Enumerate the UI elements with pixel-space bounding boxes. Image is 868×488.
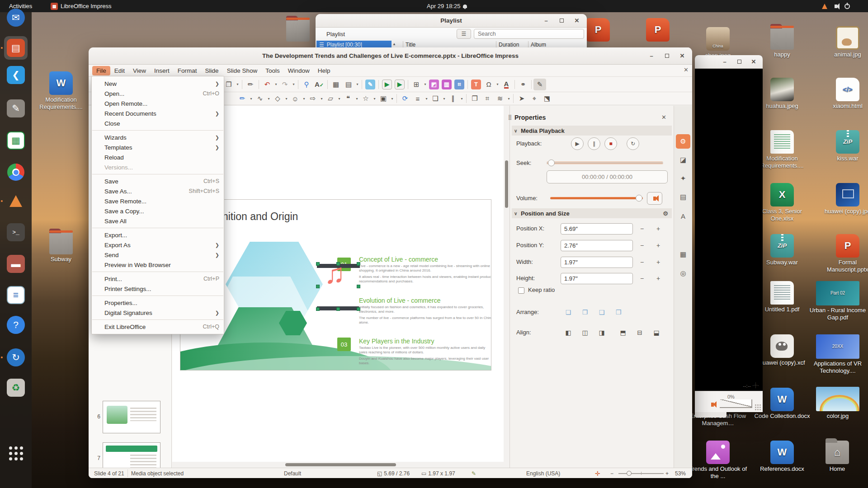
file-menu-item-properties[interactable]: Properties... (92, 298, 224, 308)
dropdown-caret-icon[interactable]: ▾ (459, 97, 464, 101)
desktop-icon-chen.jpeg[interactable]: Chinachen.jpeg (688, 27, 748, 59)
menu-insert[interactable]: Insert (150, 66, 174, 75)
dock-item-help[interactable]: ? (4, 313, 28, 337)
desktop-icon-huawei (copy).jpg[interactable]: huawei (copy).jpg (818, 183, 868, 215)
standard-insert-textbox-button[interactable]: T (470, 79, 482, 90)
file-menu-item-save-all[interactable]: Save All (92, 216, 224, 226)
file-menu-item-print[interactable]: Print...Ctrl+P (92, 274, 224, 284)
dock-item-libreoffice-impress[interactable]: ▤ (4, 36, 28, 60)
impress-minimize-button[interactable]: – (646, 51, 657, 61)
dropdown-caret-icon[interactable]: ▾ (442, 97, 447, 101)
standard-redo-button[interactable]: ↷ (278, 79, 291, 90)
crosshair-icon[interactable]: -┼- (752, 382, 759, 388)
standard-insert-table-button[interactable]: ⊞ (410, 79, 423, 90)
drawing-arrange-button[interactable]: ❏ (429, 93, 442, 104)
slide-template-name[interactable]: Default (284, 468, 301, 478)
volume-slider[interactable] (550, 197, 643, 199)
drawing-flowchart-shapes-button[interactable]: ▱ (324, 93, 337, 104)
file-menu-item-export[interactable]: Export... (92, 230, 224, 240)
width-decrease-button[interactable]: − (637, 257, 647, 267)
dropdown-caret-icon[interactable]: ▾ (319, 97, 324, 101)
section-settings-icon[interactable]: ⚙ (663, 210, 668, 217)
media-viewer-window[interactable]: – ✕ --:-- -┼- 0% (695, 55, 763, 412)
desktop-icon-Modification Requirements....[interactable]: WModification Requirements.... (31, 71, 91, 111)
file-menu-item-save-remote[interactable]: Save Remote... (92, 196, 224, 206)
viewer-volume-slider[interactable] (720, 399, 752, 408)
zoom-level[interactable]: 53% (675, 468, 686, 478)
seek-slider-knob[interactable] (548, 160, 555, 166)
slide-transition-tab[interactable]: ◪ (676, 153, 690, 167)
mute-button[interactable] (647, 192, 662, 205)
dock-item-trash[interactable]: ♻ (4, 376, 28, 399)
drawing-curve-button[interactable]: ∿ (254, 93, 266, 104)
viewer-close-button[interactable]: ✕ (748, 56, 759, 67)
file-menu-item-wizards[interactable]: Wizards❯ (92, 132, 224, 142)
section-body[interactable]: Live - commerce is a new - age retail mo… (359, 264, 491, 286)
section-body[interactable]: Taobao Live is the pioneer, with over 50… (359, 346, 491, 367)
desktop-icon-Home[interactable]: ⌂Home (807, 441, 867, 473)
keep-ratio-checkbox[interactable] (518, 287, 524, 294)
selection-handle[interactable] (316, 285, 320, 288)
drawing-line-color-button[interactable]: ✏ (236, 93, 249, 104)
desktop-icon-ppt[interactable]: P (628, 18, 688, 43)
horizontal-scrollbar-thumb[interactable] (285, 463, 396, 466)
drawing-image-filter-button[interactable]: ≋ (494, 93, 506, 104)
dock-item-vlc[interactable] (4, 189, 28, 213)
focused-app-indicator[interactable]: ▤ LibreOffice Impress (51, 0, 111, 12)
zoom-in-button[interactable]: + (665, 468, 669, 478)
drawing-rotate-button[interactable]: ⟳ (399, 93, 411, 104)
seek-slider[interactable] (547, 162, 663, 164)
desktop-icon-color.jpg[interactable]: color.jpg (804, 387, 868, 420)
viewer-volume-icon[interactable] (711, 403, 714, 407)
playlist-search-input[interactable] (474, 29, 584, 39)
play-button[interactable]: ▶ (571, 137, 584, 150)
dropdown-caret-icon[interactable]: ▾ (372, 97, 377, 101)
desktop-icon-Formal Manuscript.pptx[interactable]: PFormal Manuscript.pptx (818, 234, 868, 274)
standard-master-slide-button[interactable]: ✎ (364, 79, 377, 90)
menu-help[interactable]: Help (314, 66, 335, 75)
dropdown-caret-icon[interactable]: ▾ (495, 82, 500, 86)
dropdown-caret-icon[interactable]: ▾ (337, 97, 342, 101)
master-slides-tab[interactable]: ▤ (676, 190, 690, 204)
file-menu-item-save-a-copy[interactable]: Save a Copy... (92, 206, 224, 216)
standard-show-draw-functions-button[interactable]: ✎ (533, 79, 546, 90)
animation-tab[interactable]: ✦ (676, 171, 690, 186)
media-playback-section-header[interactable]: ∨ Media Playback (512, 126, 672, 136)
position-y-decrease-button[interactable]: − (637, 240, 647, 250)
desktop-icon-happy[interactable]: happy (752, 26, 812, 58)
drawing-basic-shapes-button[interactable]: ◇ (271, 93, 284, 104)
section-body[interactable]: Initially focused on fashion and cosmeti… (359, 305, 491, 327)
vertical-scrollbar[interactable] (504, 106, 509, 468)
dock-item-files[interactable]: ▬ (4, 252, 28, 276)
standard-display-grid-button[interactable]: ▦ (330, 79, 342, 90)
standard-start-from-first-slide-button[interactable]: ▶ (381, 79, 393, 90)
pause-button[interactable]: ∥ (588, 137, 600, 150)
file-menu-item-digital-signatures[interactable]: Digital Signatures❯ (92, 308, 224, 318)
navigator-tab[interactable]: ◎ (676, 266, 690, 281)
dock-item-thunderbird[interactable]: ✉ (4, 6, 28, 29)
sort-arrow-icon[interactable]: ▲ (392, 42, 396, 46)
dropdown-caret-icon[interactable]: ▾ (302, 97, 307, 101)
standard-insert-media-button[interactable]: ▥ (440, 79, 453, 90)
viewer-maximize-button[interactable] (734, 56, 745, 67)
gallery-tab[interactable]: ▦ (676, 247, 690, 262)
close-document-icon[interactable]: ✕ (684, 66, 689, 73)
drawing-align-objects-button[interactable]: ≡ (411, 93, 424, 104)
align-middle-button[interactable]: ⊟ (633, 327, 646, 338)
vertical-scrollbar-thumb[interactable] (505, 160, 508, 208)
position-x-increase-button[interactable]: + (653, 224, 663, 234)
file-menu-item-printer-settings[interactable]: Printer Settings... (92, 284, 224, 294)
selection-handle[interactable] (316, 262, 320, 266)
standard-paste-button[interactable]: ❒ (222, 79, 235, 90)
menu-edit[interactable]: Edit (110, 66, 129, 75)
bring-forward-button[interactable]: ❐ (578, 306, 592, 318)
standard-font-color-button[interactable]: A (500, 79, 513, 90)
impress-maximize-button[interactable] (661, 51, 672, 61)
desktop-icon-Applications of VR Technology....[interactable]: 20XXApplications of VR Technology.... (804, 334, 868, 375)
file-menu-item-export-as[interactable]: Export As❯ (92, 240, 224, 250)
dock-item-libreoffice-writer[interactable]: ≡ (4, 283, 28, 307)
dropdown-caret-icon[interactable]: ▾ (249, 97, 254, 101)
dock-item-app-grid[interactable] (4, 441, 28, 465)
stop-button[interactable]: ■ (604, 137, 617, 150)
dropdown-caret-icon[interactable]: ▾ (274, 82, 278, 86)
